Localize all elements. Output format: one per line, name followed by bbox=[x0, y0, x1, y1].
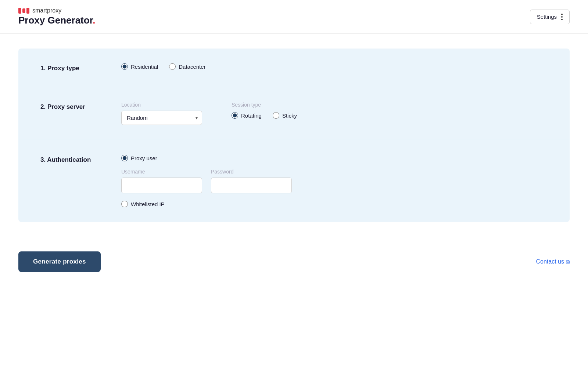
radio-rotating-input[interactable] bbox=[232, 112, 238, 119]
logo-top: smartproxy bbox=[18, 7, 96, 14]
logo-bar-1 bbox=[18, 8, 21, 14]
proxy-user-label: Proxy user bbox=[131, 155, 157, 161]
auth-inner: Proxy user Username Password bbox=[121, 155, 548, 207]
location-select[interactable]: Random United States United Kingdom Germ… bbox=[121, 111, 202, 125]
session-group: Session type Rotating Sticky bbox=[232, 102, 297, 119]
proxy-server-section: 2. Proxy server Location Random United S… bbox=[18, 87, 570, 140]
proxy-type-controls: Residential Datacenter bbox=[121, 63, 548, 70]
radio-proxy-user-input[interactable] bbox=[121, 155, 128, 161]
proxy-type-radio-group: Residential Datacenter bbox=[121, 63, 548, 70]
proxy-server-inner: Location Random United States United Kin… bbox=[121, 102, 548, 125]
header: smartproxy Proxy Generator. Settings bbox=[0, 0, 588, 34]
username-input[interactable] bbox=[121, 178, 202, 193]
session-type-label: Session type bbox=[232, 102, 297, 108]
radio-datacenter-input[interactable] bbox=[169, 63, 176, 70]
authentication-controls: Proxy user Username Password bbox=[121, 155, 548, 207]
page-title: Proxy Generator. bbox=[18, 15, 96, 26]
logo-bar-3 bbox=[26, 8, 29, 14]
radio-residential-label: Residential bbox=[131, 64, 158, 70]
location-group: Location Random United States United Kin… bbox=[121, 102, 202, 125]
password-group: Password bbox=[211, 169, 292, 193]
generate-proxies-button[interactable]: Generate proxies bbox=[18, 251, 101, 272]
footer: Generate proxies Contact us ⧉ bbox=[0, 237, 588, 287]
username-group: Username bbox=[121, 169, 202, 193]
radio-proxy-user[interactable]: Proxy user bbox=[121, 155, 548, 161]
main-content: 1. Proxy type Residential Datacenter 2. … bbox=[0, 34, 588, 237]
radio-whitelisted-ip[interactable]: Whitelisted IP bbox=[121, 201, 548, 207]
radio-whitelisted-ip-input[interactable] bbox=[121, 201, 128, 207]
radio-residential-input[interactable] bbox=[121, 63, 128, 70]
radio-rotating-label: Rotating bbox=[241, 112, 262, 119]
password-label: Password bbox=[211, 169, 292, 175]
proxy-server-label: 2. Proxy server bbox=[40, 102, 121, 111]
radio-datacenter-label: Datacenter bbox=[179, 64, 205, 70]
authentication-section: 3. Authentication Proxy user Username Pa… bbox=[18, 140, 570, 222]
proxy-type-section: 1. Proxy type Residential Datacenter bbox=[18, 49, 570, 87]
credentials-row: Username Password bbox=[121, 169, 548, 193]
radio-rotating[interactable]: Rotating bbox=[232, 112, 262, 119]
brand-name: smartproxy bbox=[32, 7, 61, 14]
settings-button[interactable]: Settings bbox=[530, 10, 570, 24]
authentication-label: 3. Authentication bbox=[40, 155, 121, 164]
password-input[interactable] bbox=[211, 178, 292, 193]
proxy-type-label: 1. Proxy type bbox=[40, 63, 121, 72]
contact-label: Contact us bbox=[536, 258, 564, 265]
logo-icon bbox=[18, 8, 29, 14]
radio-sticky-input[interactable] bbox=[273, 112, 279, 119]
whitelisted-ip-label: Whitelisted IP bbox=[131, 201, 165, 207]
radio-sticky-label: Sticky bbox=[282, 112, 297, 119]
contact-us-link[interactable]: Contact us ⧉ bbox=[536, 258, 570, 265]
generate-btn-label: Generate proxies bbox=[33, 258, 86, 265]
more-options-icon bbox=[561, 14, 563, 20]
logo-area: smartproxy Proxy Generator. bbox=[18, 7, 96, 26]
radio-datacenter[interactable]: Datacenter bbox=[169, 63, 205, 70]
location-label: Location bbox=[121, 102, 202, 108]
radio-residential[interactable]: Residential bbox=[121, 63, 158, 70]
logo-bar-2 bbox=[22, 8, 25, 13]
username-label: Username bbox=[121, 169, 202, 175]
external-link-icon: ⧉ bbox=[566, 259, 570, 265]
page-title-dot: . bbox=[93, 15, 95, 26]
proxy-server-controls: Location Random United States United Kin… bbox=[121, 102, 548, 125]
settings-label: Settings bbox=[537, 14, 557, 20]
radio-sticky[interactable]: Sticky bbox=[273, 112, 297, 119]
location-select-wrapper: Random United States United Kingdom Germ… bbox=[121, 111, 202, 125]
session-type-radio-group: Rotating Sticky bbox=[232, 112, 297, 119]
form-container: 1. Proxy type Residential Datacenter 2. … bbox=[18, 49, 570, 222]
